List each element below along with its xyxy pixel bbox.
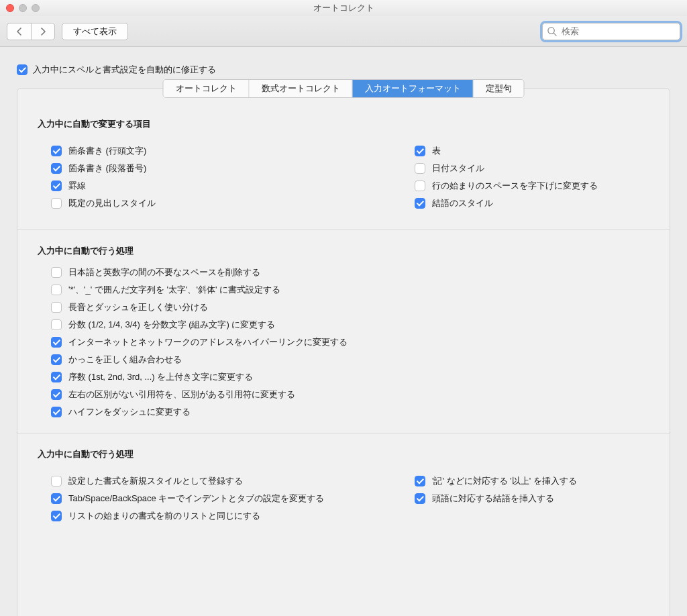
option-row: 箇条書き (行頭文字): [38, 145, 401, 157]
option-checkbox[interactable]: [51, 198, 62, 209]
option-row: インターネットとネットワークのアドレスをハイパーリンクに変更する: [38, 336, 649, 348]
option-row: 箇条書き (段落番号): [38, 162, 401, 174]
nav-back-forward: [7, 23, 55, 40]
option-label: 箇条書き (行頭文字): [68, 145, 146, 157]
option-label: 設定した書式を新規スタイルとして登録する: [68, 475, 243, 487]
option-checkbox[interactable]: [415, 181, 425, 191]
option-row: リストの始まりの書式を前のリストと同じにする: [38, 510, 401, 522]
zoom-icon[interactable]: [32, 4, 40, 12]
option-row: '*'、'_' で囲んだ文字列を '太字'、'斜体' に書式設定する: [38, 284, 649, 296]
option-row: 表: [401, 145, 649, 157]
show-all-label: すべて表示: [73, 25, 117, 38]
master-autocorrect-checkbox[interactable]: [17, 64, 28, 75]
option-row: 既定の見出しスタイル: [38, 197, 401, 209]
divider: [17, 433, 670, 433]
settings-panel: オートコレクト数式オートコレクト入力オートフォーマット定型句 入力中に自動で変更…: [17, 88, 670, 616]
section-apply-as-you-type: 入力中に自動で変更する項目 箇条書き (行頭文字)箇条書き (段落番号)罫線既定…: [38, 118, 649, 215]
option-row: 行の始まりのスペースを字下げに変更する: [401, 180, 649, 192]
option-row: 長音とダッシュを正しく使い分ける: [38, 301, 649, 313]
option-checkbox[interactable]: [51, 354, 62, 365]
section-title: 入力中に自動で行う処理: [38, 448, 649, 460]
option-checkbox[interactable]: [51, 476, 62, 486]
option-checkbox[interactable]: [51, 285, 62, 295]
option-label: 左右の区別がない引用符を、区別がある引用符に変更する: [68, 389, 295, 401]
option-checkbox[interactable]: [51, 407, 62, 417]
option-label: かっこを正しく組み合わせる: [68, 354, 182, 366]
option-row: 左右の区別がない引用符を、区別がある引用符に変更する: [38, 389, 649, 401]
search-field[interactable]: [542, 23, 680, 40]
option-label: '*'、'_' で囲んだ文字列を '太字'、'斜体' に書式設定する: [68, 284, 280, 296]
option-row: 日本語と英数字の間の不要なスペースを削除する: [38, 266, 649, 278]
option-checkbox[interactable]: [51, 493, 62, 504]
chevron-left-icon: [16, 28, 22, 36]
option-checkbox[interactable]: [415, 146, 425, 156]
option-checkbox[interactable]: [415, 163, 425, 174]
divider: [17, 229, 670, 230]
option-label: ハイフンをダッシュに変更する: [68, 406, 191, 418]
option-checkbox[interactable]: [51, 372, 62, 382]
option-checkbox[interactable]: [51, 267, 62, 278]
tab-定型句[interactable]: 定型句: [474, 80, 524, 97]
option-checkbox[interactable]: [51, 337, 62, 348]
close-icon[interactable]: [6, 4, 14, 12]
option-label: 箇条書き (段落番号): [68, 162, 146, 174]
option-label: 序数 (1st, 2nd, 3rd, ...) を上付き文字に変更する: [68, 371, 253, 383]
show-all-button[interactable]: すべて表示: [62, 23, 128, 40]
option-label: 既定の見出しスタイル: [68, 197, 156, 209]
content: 入力中にスペルと書式設定を自動的に修正する オートコレクト数式オートコレクト入力…: [0, 47, 687, 616]
option-row: 分数 (1/2, 1/4, 3/4) を分数文字 (組み文字) に変更する: [38, 319, 649, 331]
option-label: リストの始まりの書式を前のリストと同じにする: [68, 510, 260, 522]
minimize-icon[interactable]: [19, 4, 27, 12]
option-row: 日付スタイル: [401, 162, 649, 174]
option-label: 表: [432, 145, 441, 157]
option-label: 行の始まりのスペースを字下げに変更する: [432, 180, 598, 192]
forward-button[interactable]: [31, 23, 55, 40]
svg-point-0: [548, 27, 554, 33]
option-row: 頭語に対応する結語を挿入する: [401, 493, 649, 505]
search-icon: [547, 26, 557, 36]
option-row: ハイフンをダッシュに変更する: [38, 406, 649, 418]
option-label: 頭語に対応する結語を挿入する: [432, 493, 554, 505]
option-checkbox[interactable]: [51, 181, 62, 191]
window-title: オートコレクト: [313, 3, 374, 13]
tab-bar: オートコレクト数式オートコレクト入力オートフォーマット定型句: [163, 79, 525, 98]
option-row: '記' などに対応する '以上' を挿入する: [401, 475, 649, 487]
tab-入力オートフォーマット[interactable]: 入力オートフォーマット: [353, 80, 474, 97]
window-controls: [6, 4, 40, 12]
option-label: インターネットとネットワークのアドレスをハイパーリンクに変更する: [68, 336, 348, 348]
option-checkbox[interactable]: [415, 198, 425, 209]
titlebar: オートコレクト: [0, 0, 687, 16]
master-autocorrect-label: 入力中にスペルと書式設定を自動的に修正する: [33, 64, 216, 76]
option-label: 分数 (1/2, 1/4, 3/4) を分数文字 (組み文字) に変更する: [68, 319, 275, 331]
section-title: 入力中に自動で変更する項目: [38, 118, 649, 130]
section-auto-as-you-type: 入力中に自動で行う処理 設定した書式を新規スタイルとして登録するTab/Spac…: [38, 448, 649, 527]
option-label: Tab/Space/BackSpace キーでインデントとタブの設定を変更する: [68, 493, 324, 505]
option-checkbox[interactable]: [51, 319, 62, 330]
option-label: '記' などに対応する '以上' を挿入する: [432, 475, 577, 487]
option-checkbox[interactable]: [51, 389, 62, 400]
option-row: かっこを正しく組み合わせる: [38, 354, 649, 366]
tab-数式オートコレクト[interactable]: 数式オートコレクト: [250, 80, 353, 97]
option-row: 結語のスタイル: [401, 197, 649, 209]
option-checkbox[interactable]: [415, 476, 425, 486]
option-label: 結語のスタイル: [432, 197, 493, 209]
option-checkbox[interactable]: [51, 302, 62, 313]
section-replace-as-you-type: 入力中に自動で行う処理 日本語と英数字の間の不要なスペースを削除する'*'、'_…: [38, 245, 649, 418]
option-label: 日付スタイル: [432, 162, 484, 174]
search-input[interactable]: [542, 23, 680, 40]
master-autocorrect-row: 入力中にスペルと書式設定を自動的に修正する: [17, 64, 670, 76]
option-row: 設定した書式を新規スタイルとして登録する: [38, 475, 401, 487]
option-row: Tab/Space/BackSpace キーでインデントとタブの設定を変更する: [38, 493, 401, 505]
toolbar: すべて表示: [0, 16, 687, 47]
option-label: 長音とダッシュを正しく使い分ける: [68, 301, 208, 313]
option-label: 罫線: [68, 180, 86, 192]
section-title: 入力中に自動で行う処理: [38, 245, 649, 257]
option-label: 日本語と英数字の間の不要なスペースを削除する: [68, 266, 260, 278]
option-checkbox[interactable]: [51, 511, 62, 521]
option-checkbox[interactable]: [51, 163, 62, 174]
option-checkbox[interactable]: [415, 493, 425, 504]
chevron-right-icon: [40, 28, 46, 36]
back-button[interactable]: [7, 23, 31, 40]
option-checkbox[interactable]: [51, 146, 62, 156]
tab-オートコレクト[interactable]: オートコレクト: [164, 80, 250, 97]
